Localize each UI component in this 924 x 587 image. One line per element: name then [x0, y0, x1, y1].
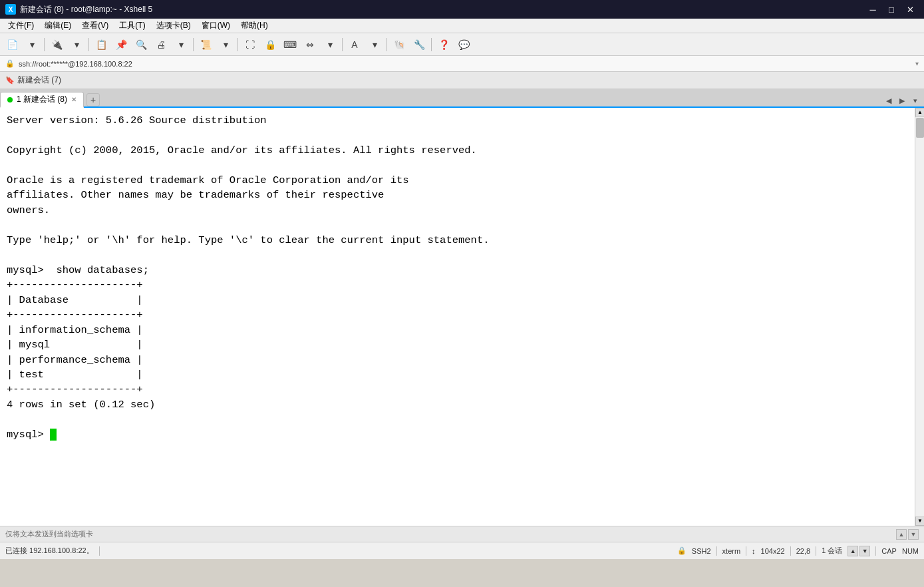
toolbar-connect[interactable]: 🔌 — [47, 36, 66, 53]
menu-window[interactable]: 窗口(W) — [196, 19, 235, 33]
toolbar-copy[interactable]: 📋 — [92, 36, 110, 53]
toolbar-connect-dropdown[interactable]: ▾ — [67, 36, 86, 53]
lock-status-icon: 🔒 — [677, 546, 687, 555]
tabs-bar: 1 新建会话 (8) ✕ + ◀ ▶ ▾ — [0, 89, 924, 108]
toolbar: 📄 ▾ 🔌 ▾ 📋 📌 🔍 🖨 ▾ 📜 ▾ ⛶ 🔒 ⌨ ⇔ ▾ A ▾ 🐚 🔧 … — [0, 33, 924, 56]
toolbar-print[interactable]: 🖨 — [152, 36, 170, 53]
terminal-size: 104x22 — [761, 547, 785, 555]
terminal-cursor — [50, 429, 57, 441]
toolbar-sep-7 — [431, 38, 432, 51]
tab-prev-button[interactable]: ◀ — [883, 95, 895, 106]
status-sep-4 — [790, 546, 791, 556]
toolbar-sep-5 — [342, 38, 343, 51]
status-sep-1 — [99, 546, 100, 556]
toolbar-keyboard[interactable]: ⌨ — [281, 36, 299, 53]
toolbar-sep-3 — [193, 38, 194, 51]
close-button[interactable]: ✕ — [901, 3, 919, 16]
menu-tabs[interactable]: 选项卡(B) — [151, 19, 196, 33]
title-bar-left: X 新建会话 (8) - root@lamp:~ - Xshell 5 — [5, 4, 152, 15]
toolbar-fullscreen[interactable]: ⛶ — [241, 36, 259, 53]
window-controls: ─ □ ✕ — [864, 3, 919, 16]
toolbar-font-dropdown[interactable]: ▾ — [365, 36, 384, 53]
minimize-button[interactable]: ─ — [864, 3, 881, 16]
menu-help[interactable]: 帮助(H) — [235, 19, 273, 33]
status-sep-5 — [816, 546, 816, 556]
toolbar-expand-dropdown[interactable]: ▾ — [321, 36, 339, 53]
cursor-position: 22,8 — [796, 547, 810, 555]
toolbar-shell[interactable]: 🐚 — [390, 36, 408, 53]
menu-edit[interactable]: 编辑(E) — [39, 19, 77, 33]
session-bar: 🔖 新建会话 (7) — [0, 72, 924, 89]
status-right: 🔒 SSH2 xterm ↕ 104x22 22,8 1 会话 ▲ ▼ CAP … — [677, 546, 919, 556]
toolbar-shell2[interactable]: 🔧 — [410, 36, 428, 53]
tabs-nav: ◀ ▶ ▾ — [883, 95, 924, 106]
window-title: 新建会话 (8) - root@lamp:~ - Xshell 5 — [20, 4, 152, 15]
title-bar: X 新建会话 (8) - root@lamp:~ - Xshell 5 ─ □ … — [0, 0, 924, 19]
status-sep-6 — [875, 546, 876, 556]
toolbar-font[interactable]: A — [345, 36, 364, 53]
input-bar-controls: ▲ ▼ — [896, 529, 919, 540]
toolbar-paste[interactable]: 📌 — [112, 36, 130, 53]
toolbar-sep-1 — [44, 38, 45, 51]
connection-status: 已连接 192.168.100.8:22。 — [5, 546, 94, 556]
status-up-arrow[interactable]: ▲ — [847, 546, 858, 556]
terminal-output[interactable]: Server version: 5.6.26 Source distributi… — [0, 108, 924, 526]
toolbar-script-dropdown[interactable]: ▾ — [216, 36, 235, 53]
tab-list-button[interactable]: ▾ — [909, 95, 921, 106]
menu-file[interactable]: 文件(F) — [3, 19, 39, 33]
session-count: 1 会话 — [822, 546, 842, 556]
scrollbar-track: ▲ ▼ — [915, 108, 924, 526]
menu-bar: 文件(F) 编辑(E) 查看(V) 工具(T) 选项卡(B) 窗口(W) 帮助(… — [0, 19, 924, 33]
num-indicator: NUM — [902, 547, 919, 555]
terminal-size-icon: ↕ — [752, 547, 756, 555]
address-bar: 🔒 ssh://root:******@192.168.100.8:22 ▾ — [0, 56, 924, 72]
menu-view[interactable]: 查看(V) — [77, 19, 114, 33]
tab-status-dot — [7, 97, 13, 102]
scrollbar-thumb[interactable] — [916, 118, 924, 138]
tab-close-button[interactable]: ✕ — [71, 96, 77, 103]
maximize-button[interactable]: □ — [883, 3, 900, 16]
tab-next-button[interactable]: ▶ — [896, 95, 908, 106]
toolbar-new-dropdown[interactable]: ▾ — [23, 36, 41, 53]
toolbar-print-dropdown[interactable]: ▾ — [172, 36, 190, 53]
bookmark-icon: 🔖 — [5, 76, 15, 85]
tab-label: 1 新建会话 (8) — [17, 94, 67, 105]
toolbar-chat[interactable]: 💬 — [454, 36, 473, 53]
connection-text: 已连接 192.168.100.8:22。 — [5, 546, 94, 556]
app-icon: X — [5, 4, 16, 15]
status-sep-3 — [746, 546, 746, 556]
toolbar-new[interactable]: 📄 — [3, 36, 21, 53]
tab-session-8[interactable]: 1 新建会话 (8) ✕ — [0, 92, 84, 108]
toolbar-help[interactable]: ❓ — [434, 36, 453, 53]
address-text: ssh://root:******@192.168.100.8:22 — [19, 60, 132, 68]
toolbar-search[interactable]: 🔍 — [132, 36, 150, 53]
cap-indicator: CAP — [881, 547, 897, 555]
toolbar-sep-4 — [237, 38, 238, 51]
toolbar-sep-2 — [88, 38, 89, 51]
status-bar: 已连接 192.168.100.8:22。 🔒 SSH2 xterm ↕ 104… — [0, 542, 924, 559]
toolbar-expand[interactable]: ⇔ — [301, 36, 319, 53]
menu-tools[interactable]: 工具(T) — [114, 19, 150, 33]
terminal-type: xterm — [722, 547, 741, 555]
status-down-arrow[interactable]: ▼ — [859, 546, 870, 556]
input-bar: 仅将文本发送到当前选项卡 ▲ ▼ — [0, 526, 924, 542]
status-sep-2 — [716, 546, 717, 556]
toolbar-sep-6 — [386, 38, 387, 51]
toolbar-lock[interactable]: 🔒 — [261, 36, 279, 53]
address-bar-arrow[interactable]: ▾ — [915, 60, 919, 67]
tab-add-button[interactable]: + — [86, 93, 100, 106]
input-bar-label: 仅将文本发送到当前选项卡 — [5, 529, 891, 539]
scrollbar-area — [915, 117, 924, 516]
terminal-container: Server version: 5.6.26 Source distributi… — [0, 108, 924, 526]
scrollbar-down-button[interactable]: ▼ — [915, 516, 924, 526]
input-arrow-up[interactable]: ▲ — [896, 529, 907, 540]
toolbar-script[interactable]: 📜 — [196, 36, 215, 53]
session-label: 新建会话 (7) — [17, 75, 61, 86]
scrollbar-up-button[interactable]: ▲ — [915, 108, 924, 117]
input-arrow-down[interactable]: ▼ — [908, 529, 919, 540]
lock-icon: 🔒 — [5, 59, 15, 68]
ssh-version: SSH2 — [692, 547, 711, 555]
status-scroll-arrows: ▲ ▼ — [847, 546, 870, 556]
